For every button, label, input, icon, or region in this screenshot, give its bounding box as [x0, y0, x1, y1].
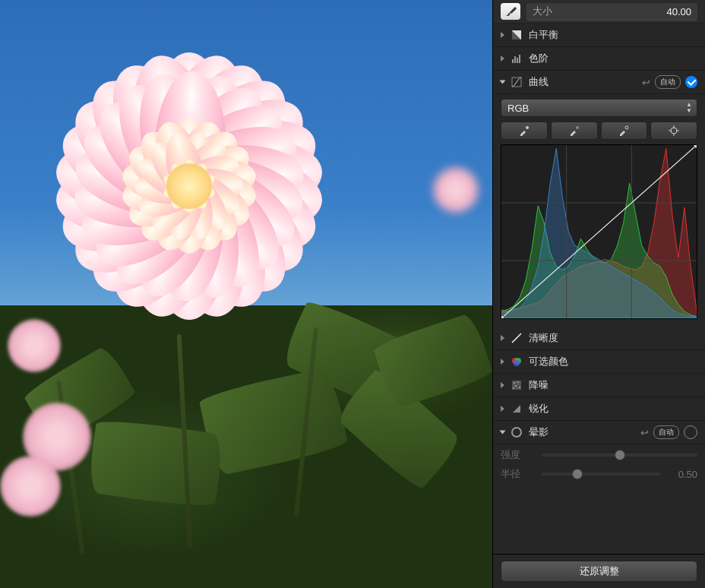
panel-label: 降噪: [529, 378, 549, 392]
undo-icon[interactable]: ↩︎: [642, 77, 650, 88]
disclosure-triangle-icon: [501, 55, 504, 62]
svg-point-24: [519, 387, 520, 388]
disclosure-triangle-icon: [501, 32, 504, 38]
svg-point-7: [576, 126, 579, 129]
image-canvas[interactable]: [0, 0, 492, 588]
eyedropper-icon: [618, 125, 630, 137]
curves-picker-row: [501, 122, 697, 140]
photo-preview: [0, 0, 492, 588]
svg-point-8: [625, 126, 628, 129]
brush-icon: [504, 5, 517, 17]
svg-rect-3: [517, 58, 518, 63]
svg-point-26: [512, 428, 521, 437]
disclosure-triangle-icon: [501, 406, 504, 412]
levels-icon: [511, 52, 523, 65]
vignette-strength-row: 强度: [493, 444, 705, 466]
sidebar-footer: 还原调整: [493, 554, 705, 588]
curves-histogram[interactable]: [501, 144, 697, 319]
panel-label: 清晰度: [529, 331, 558, 345]
auto-button[interactable]: 自动: [653, 425, 679, 439]
panel-label: 白平衡: [529, 28, 558, 42]
vignette-radius-slider[interactable]: [542, 473, 661, 476]
select-arrows-icon: ▲▼: [686, 102, 692, 114]
curves-icon: [511, 76, 523, 88]
white-point-picker[interactable]: [601, 122, 648, 140]
selective-color-icon: [511, 356, 523, 368]
disclosure-triangle-icon: [501, 382, 504, 388]
reset-label: 还原调整: [580, 564, 619, 578]
white-balance-icon: [511, 29, 523, 41]
add-point-button[interactable]: [650, 122, 697, 140]
brush-size-row: 大小 40.00: [493, 0, 705, 24]
vignette-strength-slider[interactable]: [542, 454, 697, 457]
curves-enabled-checkbox[interactable]: [685, 76, 697, 88]
black-point-picker[interactable]: [501, 122, 548, 140]
disclosure-triangle-icon: [501, 335, 504, 341]
vignette-radius-label: 半径: [501, 467, 536, 481]
brush-size-value: 40.00: [666, 6, 691, 17]
svg-rect-1: [512, 59, 514, 63]
panel-label: 可选颜色: [529, 355, 568, 368]
eyedropper-icon: [568, 125, 580, 137]
vignette-radius-row: 半径 0.50: [493, 466, 705, 481]
panel-label: 晕影: [529, 425, 549, 439]
curves-panel-body: RGB ▲▼: [493, 94, 705, 327]
panel-white-balance[interactable]: 白平衡: [493, 24, 705, 47]
panel-definition[interactable]: 清晰度: [493, 327, 705, 350]
svg-point-23: [515, 385, 517, 387]
reset-adjustments-button[interactable]: 还原调整: [501, 561, 697, 582]
disclosure-triangle-icon: [500, 431, 506, 435]
gray-point-picker[interactable]: [551, 122, 598, 140]
svg-point-22: [517, 381, 519, 383]
sharpen-icon: [511, 403, 523, 415]
disclosure-triangle-icon: [501, 359, 504, 365]
adjustments-sidebar: 大小 40.00 白平衡 色阶 曲线 ↩︎ 自动 RG: [492, 0, 705, 588]
vignette-strength-label: 强度: [501, 448, 536, 462]
target-icon: [668, 125, 680, 137]
svg-point-19: [514, 360, 520, 366]
brush-size-field[interactable]: 大小 40.00: [526, 2, 697, 21]
panel-curves-header[interactable]: 曲线 ↩︎ 自动: [493, 71, 705, 94]
vignette-enabled-checkbox[interactable]: [684, 425, 697, 439]
svg-point-25: [513, 387, 514, 389]
svg-point-9: [671, 128, 677, 134]
curves-channel-value: RGB: [507, 103, 529, 114]
vignette-radius-value: 0.50: [667, 469, 697, 480]
panel-sharpen[interactable]: 锐化: [493, 397, 705, 421]
brush-size-label: 大小: [533, 5, 552, 18]
definition-icon: [511, 332, 523, 344]
svg-point-21: [514, 382, 515, 384]
panel-label: 曲线: [529, 75, 549, 89]
panel-vignette-header[interactable]: 晕影 ↩︎ 自动: [493, 421, 705, 444]
eyedropper-icon: [518, 125, 530, 137]
panel-label: 色阶: [529, 52, 549, 65]
undo-icon[interactable]: ↩︎: [640, 427, 649, 438]
vignette-icon: [511, 426, 523, 438]
panel-levels[interactable]: 色阶: [493, 47, 705, 71]
svg-rect-4: [519, 55, 520, 63]
panel-noise-reduction[interactable]: 降噪: [493, 374, 705, 397]
panel-label: 锐化: [529, 402, 549, 416]
disclosure-triangle-icon: [500, 81, 506, 84]
noise-icon: [511, 379, 523, 391]
auto-button[interactable]: 自动: [655, 75, 681, 89]
svg-rect-2: [514, 56, 516, 63]
panel-selective-color[interactable]: 可选颜色: [493, 350, 705, 374]
curves-channel-select[interactable]: RGB ▲▼: [501, 99, 697, 117]
brush-tool-button[interactable]: [501, 3, 520, 20]
svg-point-6: [526, 126, 529, 129]
